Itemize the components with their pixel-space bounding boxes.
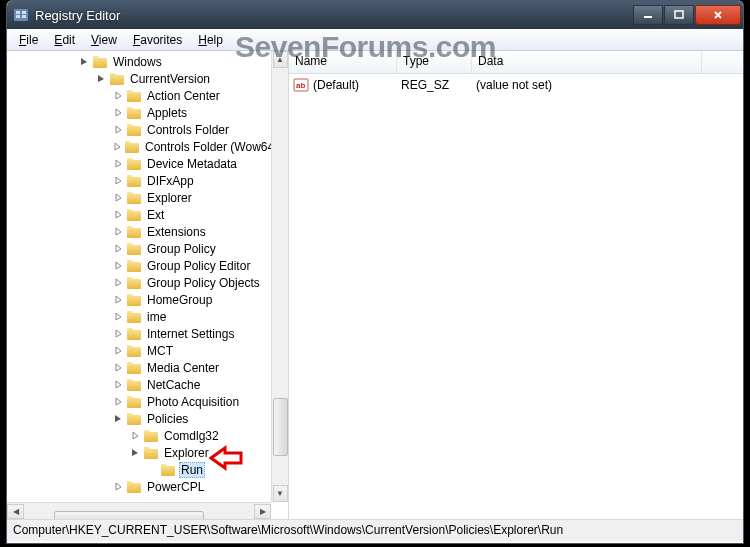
tree-item[interactable]: Internet Settings (7, 325, 271, 342)
expand-icon[interactable] (113, 328, 124, 339)
svg-rect-1 (16, 11, 20, 14)
svg-rect-3 (22, 11, 26, 14)
tree-item[interactable]: Ext (7, 206, 271, 223)
folder-icon (92, 55, 108, 69)
folder-icon (160, 463, 176, 477)
menu-edit[interactable]: Edit (46, 31, 83, 49)
expand-icon[interactable] (113, 277, 124, 288)
tree-item[interactable]: Explorer (7, 189, 271, 206)
expand-icon[interactable] (113, 124, 124, 135)
tree-item[interactable]: Device Metadata (7, 155, 271, 172)
folder-icon (126, 412, 142, 426)
tree-item-label: Media Center (145, 361, 221, 375)
tree-item-label: Internet Settings (145, 327, 236, 341)
menu-help[interactable]: Help (190, 31, 231, 49)
svg-text:ab: ab (296, 81, 305, 90)
tree-item[interactable]: Run (7, 461, 271, 478)
expand-icon[interactable] (113, 107, 124, 118)
tree-item[interactable]: Photo Acquisition (7, 393, 271, 410)
tree-item[interactable]: Group Policy Objects (7, 274, 271, 291)
scroll-up-button[interactable]: ▲ (273, 51, 288, 68)
expand-icon[interactable] (113, 158, 124, 169)
scroll-left-button[interactable]: ◀ (7, 504, 24, 519)
folder-icon (126, 89, 142, 103)
tree-item-label: Action Center (145, 89, 222, 103)
expand-icon[interactable] (113, 396, 124, 407)
tree-item-label: Group Policy Objects (145, 276, 262, 290)
column-name[interactable]: Name (289, 51, 397, 73)
tree-item[interactable]: PowerCPL (7, 478, 271, 495)
tree-item[interactable]: MCT (7, 342, 271, 359)
values-list[interactable]: ab (Default) REG_SZ (value not set) (289, 74, 743, 95)
tree-item[interactable]: Comdlg32 (7, 427, 271, 444)
scroll-right-button[interactable]: ▶ (254, 504, 271, 519)
expand-icon[interactable] (113, 379, 124, 390)
expand-icon[interactable] (113, 141, 122, 152)
tree-item[interactable]: Media Center (7, 359, 271, 376)
tree-item-label: Controls Folder (145, 123, 231, 137)
expand-icon[interactable] (113, 209, 124, 220)
tree-item[interactable]: ime (7, 308, 271, 325)
expand-icon[interactable] (113, 311, 124, 322)
scroll-thumb[interactable] (273, 398, 288, 456)
scroll-down-button[interactable]: ▼ (273, 485, 288, 502)
expand-icon[interactable] (113, 294, 124, 305)
scroll-thumb[interactable] (54, 511, 204, 519)
tree-item[interactable]: Group Policy Editor (7, 257, 271, 274)
expand-icon[interactable] (113, 226, 124, 237)
folder-icon (126, 395, 142, 409)
collapse-icon[interactable] (130, 447, 141, 458)
app-icon (13, 7, 29, 23)
folder-icon (126, 293, 142, 307)
expand-icon[interactable] (113, 345, 124, 356)
tree-item[interactable]: HomeGroup (7, 291, 271, 308)
collapse-icon[interactable] (79, 56, 90, 67)
folder-icon (126, 225, 142, 239)
column-type[interactable]: Type (397, 51, 472, 73)
tree-item-label: NetCache (145, 378, 202, 392)
expand-icon[interactable] (113, 243, 124, 254)
menu-favorites[interactable]: Favorites (125, 31, 190, 49)
tree-horizontal-scrollbar[interactable]: ◀ ▶ (7, 502, 271, 519)
minimize-button[interactable] (633, 5, 663, 25)
column-data[interactable]: Data (472, 51, 702, 73)
window-title: Registry Editor (35, 8, 632, 23)
list-item[interactable]: ab (Default) REG_SZ (value not set) (293, 76, 739, 93)
expand-icon[interactable] (113, 90, 124, 101)
status-path: Computer\HKEY_CURRENT_USER\Software\Micr… (13, 523, 563, 537)
tree-item[interactable]: Controls Folder (7, 121, 271, 138)
tree-item[interactable]: Extensions (7, 223, 271, 240)
tree-item[interactable]: DIFxApp (7, 172, 271, 189)
expand-icon[interactable] (113, 362, 124, 373)
expand-icon[interactable] (113, 260, 124, 271)
folder-icon (126, 208, 142, 222)
folder-icon (126, 361, 142, 375)
tree-item[interactable]: Controls Folder (Wow64) (7, 138, 271, 155)
close-button[interactable] (695, 5, 741, 25)
expand-icon[interactable] (113, 192, 124, 203)
tree-item[interactable]: Applets (7, 104, 271, 121)
collapse-icon[interactable] (113, 413, 124, 424)
registry-tree[interactable]: WindowsCurrentVersionAction CenterApplet… (7, 51, 271, 495)
tree-item[interactable]: Explorer (7, 444, 271, 461)
tree-item[interactable]: Action Center (7, 87, 271, 104)
tree-item-label: Comdlg32 (162, 429, 221, 443)
expand-icon[interactable] (113, 481, 124, 492)
folder-icon (126, 480, 142, 494)
tree-item[interactable]: Group Policy (7, 240, 271, 257)
tree-item[interactable]: Policies (7, 410, 271, 427)
expand-icon[interactable] (113, 175, 124, 186)
tree-item[interactable]: Windows (7, 53, 271, 70)
tree-item[interactable]: CurrentVersion (7, 70, 271, 87)
tree-item[interactable]: NetCache (7, 376, 271, 393)
tree-item-label: PowerCPL (145, 480, 206, 494)
menu-view[interactable]: View (83, 31, 125, 49)
titlebar[interactable]: Registry Editor (7, 1, 743, 29)
collapse-icon[interactable] (96, 73, 107, 84)
tree-vertical-scrollbar[interactable]: ▲ ▼ (271, 51, 288, 502)
svg-rect-6 (675, 11, 683, 18)
menu-file[interactable]: File (11, 31, 46, 49)
folder-icon (126, 327, 142, 341)
expand-icon[interactable] (130, 430, 141, 441)
maximize-button[interactable] (664, 5, 694, 25)
